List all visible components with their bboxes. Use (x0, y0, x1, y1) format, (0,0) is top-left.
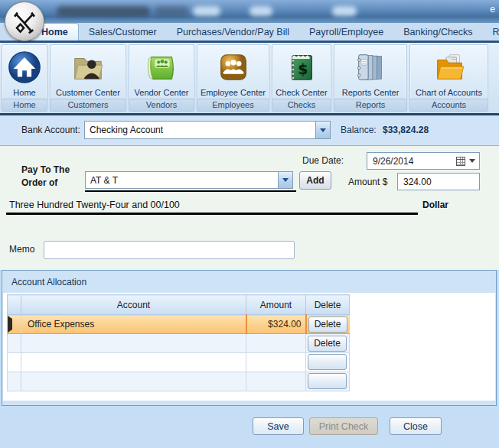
chevron-down-icon (320, 128, 326, 132)
account-cell[interactable]: Office Expenses (21, 315, 246, 334)
ribbon-button-label: Chart of Accounts (410, 88, 488, 99)
ribbon-group-caption: Employees (197, 99, 269, 111)
payee-underline (85, 190, 296, 192)
memo-label: Memo (9, 244, 34, 255)
accounts-folder-icon (410, 45, 488, 88)
delete-cell (306, 353, 350, 372)
account-cell[interactable] (21, 353, 246, 372)
ribbon-group-caption: Checks (272, 99, 331, 111)
tab-payroll-employee[interactable]: Payroll/Employee (299, 24, 393, 41)
row-selector-cell[interactable] (8, 334, 21, 353)
delete-row-button[interactable]: Delete (308, 336, 347, 352)
chevron-down-icon (282, 178, 289, 182)
table-row[interactable] (8, 353, 350, 372)
bank-account-row: Bank Account: Checking Account Balance: … (0, 115, 499, 145)
check-details-section: Due Date: 9/26/2014 Pay To The Order of … (0, 146, 499, 270)
delete-cell: Delete (306, 315, 350, 334)
redacted-toolbar-item (250, 6, 272, 16)
delete-cell (306, 372, 350, 391)
delete-row-button[interactable] (308, 373, 347, 389)
ribbon-group-caption: Home (2, 99, 47, 111)
ribbon-group-customer-center[interactable]: Customer Center Customers (50, 44, 126, 112)
amount-cell[interactable] (246, 353, 306, 372)
account-cell[interactable] (21, 334, 246, 353)
payee-combobox[interactable]: AT & T (85, 171, 293, 189)
account-cell[interactable] (21, 372, 246, 391)
row-selector-cell[interactable] (8, 353, 21, 372)
allocation-table: Account Amount Delete Office Expenses $3… (7, 294, 350, 391)
tab-banking-checks[interactable]: Banking/Checks (393, 24, 482, 41)
amount-cell[interactable] (246, 334, 306, 353)
amount-input[interactable] (397, 173, 480, 190)
allocation-grid-area: Account Amount Delete Office Expenses $3… (3, 293, 495, 401)
amount-cell[interactable] (246, 372, 306, 391)
bank-account-dropdown-button[interactable] (315, 122, 330, 138)
memo-input[interactable] (44, 241, 295, 259)
delete-row-button[interactable] (308, 354, 347, 370)
ribbon-group-reports-center[interactable]: Reports Center Reports (334, 44, 407, 112)
close-button[interactable]: Close (390, 417, 442, 435)
ribbon-tab-bar: Home Sales/Customer Purchases/Vendor/Pay… (0, 23, 499, 41)
amount-cell[interactable]: $324.00 (246, 315, 306, 334)
ribbon-group-vendor-center[interactable]: Vendor Center Vendors (129, 44, 194, 112)
row-selector-cell[interactable] (8, 315, 21, 334)
payee-dropdown-button[interactable] (278, 172, 292, 188)
bank-account-label: Bank Account: (21, 125, 80, 135)
redacted-toolbar-item (332, 6, 357, 16)
ribbon-toolbar: Home Home Customer Center Customers (0, 43, 499, 113)
row-selector-cell[interactable] (8, 372, 21, 391)
due-date-label: Due Date: (302, 155, 344, 166)
ribbon-group-home[interactable]: Home Home (2, 44, 47, 112)
print-check-button[interactable]: Print Check (309, 417, 378, 435)
ribbon-group-check-center[interactable]: $ Check Center Checks (272, 44, 331, 112)
ribbon-group-caption: Customers (51, 99, 126, 111)
add-payee-button[interactable]: Add (299, 171, 331, 190)
table-row[interactable] (8, 372, 350, 391)
ribbon-group-caption: Accounts (410, 99, 488, 111)
amount-label: Amount $ (348, 177, 387, 187)
svg-text:$: $ (298, 61, 308, 77)
ribbon-button-label: Check Center (272, 88, 331, 99)
table-row[interactable]: Delete (8, 334, 350, 353)
pay-to-label-line2: Order of (21, 177, 57, 188)
table-header-row: Account Amount Delete (8, 295, 350, 315)
bank-account-value: Checking Account (85, 125, 315, 135)
app-logo-icon (9, 5, 40, 38)
footer-bar: Save Print Check Close (0, 406, 499, 448)
bank-account-combobox[interactable]: Checking Account (84, 121, 331, 139)
ribbon-button-label: Vendor Center (129, 88, 194, 99)
title-bar: e (0, 0, 499, 23)
check-ledger-icon: $ (272, 45, 331, 88)
ribbon-button-label: Reports Center (334, 88, 406, 99)
redacted-title-text (57, 6, 150, 16)
tab-report[interactable]: Report (483, 24, 499, 41)
window-title-fragment: e (490, 4, 495, 15)
chevron-down-icon[interactable] (469, 159, 475, 163)
ribbon-button-label: Employee Center (197, 88, 269, 99)
account-column-header[interactable]: Account (21, 295, 246, 315)
ribbon-button-label: Customer Center (51, 88, 126, 99)
due-date-value: 9/26/2014 (367, 156, 456, 167)
application-menu-button[interactable] (5, 2, 44, 41)
pay-to-label-line1: Pay To The (21, 164, 70, 175)
home-icon (2, 45, 47, 88)
redacted-toolbar-item (193, 6, 220, 16)
amount-in-words: Three Hundred Twenty-Four and 00/100 (9, 200, 180, 210)
save-button[interactable]: Save (253, 417, 304, 435)
due-date-picker[interactable]: 9/26/2014 (367, 152, 480, 170)
ribbon-group-chart-of-accounts[interactable]: Chart of Accounts Accounts (409, 44, 488, 112)
calendar-icon (456, 157, 465, 166)
delete-column-header[interactable]: Delete (306, 295, 350, 315)
customer-folder-icon (51, 45, 126, 88)
delete-row-button[interactable]: Delete (308, 317, 347, 333)
reports-binders-icon (334, 45, 406, 88)
account-allocation-title: Account Allocation (11, 277, 86, 287)
account-allocation-panel: Account Allocation Account Amount Delete… (2, 270, 497, 406)
table-row[interactable]: Office Expenses $324.00 Delete (8, 315, 350, 334)
row-selector-header (8, 295, 21, 315)
ribbon-group-caption: Reports (334, 99, 406, 111)
tab-sales-customer[interactable]: Sales/Customer (79, 24, 167, 41)
ribbon-group-employee-center[interactable]: Employee Center Employees (197, 44, 269, 112)
tab-purchases-vendor-pay-bill[interactable]: Purchases/Vendor/Pay Bill (167, 24, 299, 41)
amount-column-header[interactable]: Amount (246, 295, 306, 315)
